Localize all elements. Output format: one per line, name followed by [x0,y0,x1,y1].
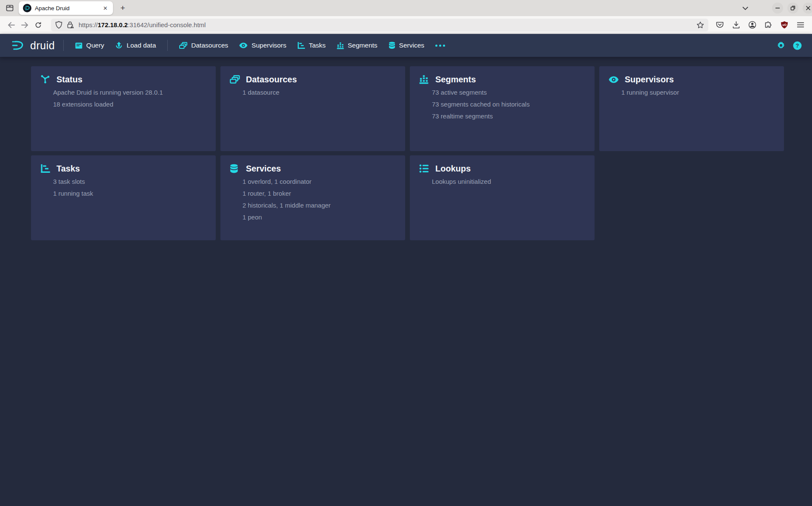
download-icon[interactable] [730,19,742,31]
datasources-card[interactable]: Datasources 1 datasource [220,66,405,151]
nav-item-segments[interactable]: Segments [331,34,383,57]
card-grid: Status Apache Druid is running version 2… [31,66,784,240]
url-bar[interactable]: https://172.18.0.2:31642/unified-console… [51,19,708,31]
ublock-icon[interactable]: uO [778,19,791,31]
card-line: 1 router, 1 broker [242,189,396,198]
card-line: 1 overlord, 1 coordinator [242,177,396,186]
tab-close-icon[interactable]: ✕ [101,4,110,12]
application-icon [75,42,82,49]
account-icon[interactable] [746,19,758,31]
nav-item-load-data[interactable]: Load data [110,34,161,57]
gantt-chart-icon [40,164,53,173]
menu-icon[interactable] [794,19,807,31]
properties-icon [419,164,432,173]
firefox-view-icon[interactable] [3,2,16,14]
card-line: 73 segments cached on historicals [432,100,585,109]
card-line: 73 active segments [432,88,585,97]
card-title: Datasources [246,75,297,84]
nav-item-label: Segments [348,42,378,49]
druid-logo-icon [9,39,26,52]
druid-navbar: druid Query Load data Datasources Superv… [0,34,812,57]
home-view: Status Apache Druid is running version 2… [0,57,812,506]
nav-item-label: Load data [127,42,156,49]
graph-icon [40,75,53,84]
nav-item-supervisors[interactable]: Supervisors [234,34,292,57]
brand-wordmark: druid [30,39,55,52]
url-text[interactable]: https://172.18.0.2:31642/unified-console… [79,21,696,28]
forward-icon[interactable] [18,19,31,31]
status-card[interactable]: Status Apache Druid is running version 2… [31,66,216,151]
druid-brand[interactable]: druid [7,39,57,52]
nav-divider [167,40,168,51]
back-icon[interactable] [4,19,18,31]
url-host: 172.18.0.2 [98,21,128,28]
supervisors-card[interactable]: Supervisors 1 running supervisor [599,66,784,151]
browser-titlebar: Apache Druid ✕ + [0,0,812,16]
minimize-button[interactable] [772,3,783,14]
tab-list-chevron-icon[interactable] [739,2,752,14]
svg-text:uO: uO [782,23,787,26]
close-button[interactable] [803,3,812,14]
reload-icon[interactable] [31,19,45,31]
nav-item-query[interactable]: Query [70,34,110,57]
nav-item-tasks[interactable]: Tasks [292,34,331,57]
card-line: Lookups uninitialized [432,177,585,186]
card-line: 1 running task [53,189,206,198]
card-line: Apache Druid is running version 28.0.1 [53,88,206,97]
tab-title: Apache Druid [35,5,101,11]
eye-icon [239,42,248,48]
card-title: Services [246,164,281,174]
card-line: 1 datasource [242,88,396,97]
lock-warning-icon[interactable] [67,21,74,29]
nav-divider [63,40,64,51]
card-line: 73 realtime segments [432,112,585,121]
browser-toolbar: https://172.18.0.2:31642/unified-console… [0,16,812,34]
segments-card[interactable]: Segments 73 active segments 73 segments … [410,66,595,151]
database-icon [389,42,395,49]
more-dots-icon[interactable] [430,34,451,57]
nav-item-label: Tasks [309,42,326,49]
card-title: Segments [435,75,476,84]
card-title: Supervisors [625,75,674,84]
card-title: Tasks [56,164,80,174]
nav-item-label: Services [399,42,424,49]
nav-item-services[interactable]: Services [383,34,430,57]
services-card[interactable]: Services 1 overlord, 1 coordinator 1 rou… [220,155,405,240]
star-icon[interactable] [696,21,704,29]
lookups-card[interactable]: Lookups Lookups uninitialized [410,155,595,240]
card-line: 3 task slots [53,177,206,186]
nav-item-label: Datasources [191,42,228,49]
database-icon [230,164,242,174]
help-icon[interactable]: ? [789,34,805,57]
restore-button[interactable] [787,3,798,14]
nav-item-label: Supervisors [251,42,286,49]
url-protocol: https:// [79,21,98,28]
nav-item-datasources[interactable]: Datasources [174,34,234,57]
eye-icon [609,76,621,83]
card-title: Status [56,75,82,84]
stacked-chart-icon [337,42,344,49]
card-line: 1 peon [242,213,396,222]
multi-select-icon [179,42,187,49]
extensions-icon[interactable] [762,19,775,31]
upload-icon [115,42,123,49]
pocket-icon[interactable] [713,19,726,31]
new-tab-button[interactable]: + [116,2,129,14]
gantt-chart-icon [297,42,305,49]
tasks-card[interactable]: Tasks 3 task slots 1 running task [31,155,216,240]
browser-tab[interactable]: Apache Druid ✕ [19,1,113,15]
svg-text:?: ? [795,42,799,49]
card-line: 1 running supervisor [621,88,775,97]
card-line: 2 historicals, 1 middle manager [242,201,396,210]
druid-favicon [23,4,31,12]
stacked-chart-icon [419,75,432,84]
gear-icon[interactable] [773,34,789,57]
shield-icon[interactable] [55,21,62,29]
multi-select-icon [230,75,242,84]
card-title: Lookups [435,164,471,174]
nav-item-label: Query [86,42,104,49]
card-line: 18 extensions loaded [53,100,206,109]
url-path: :31642/unified-console.html [128,21,206,28]
